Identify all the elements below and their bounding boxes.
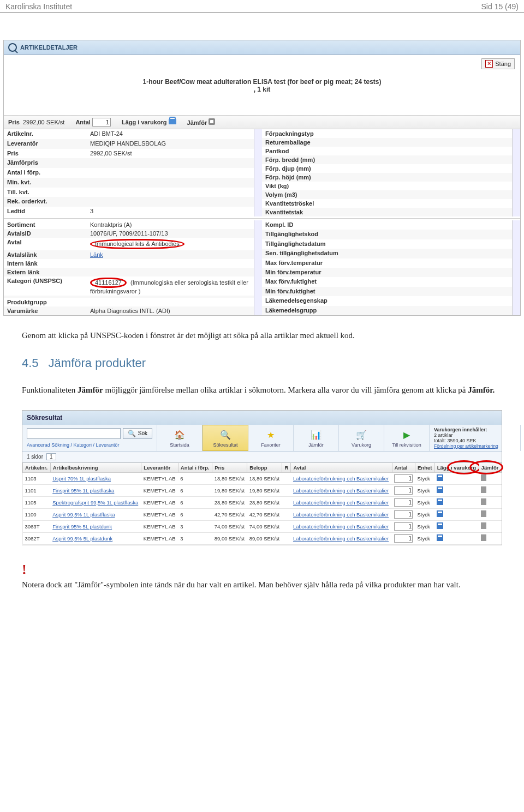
- grid-header[interactable]: Artikelnr.: [23, 462, 51, 472]
- row-qty-input[interactable]: [394, 474, 413, 483]
- row-qty-input[interactable]: [394, 510, 413, 519]
- row-qty-input[interactable]: [394, 534, 413, 543]
- table-row: 3062TAsprit 99,5% 5L plastdunkKEMETYL AB…: [23, 532, 502, 544]
- cell-r: [282, 508, 291, 520]
- toolbar-requisition[interactable]: ▶Till rekvisition: [384, 425, 430, 451]
- avtal-link[interactable]: Laboratorieförbrukning och Baskemikalier: [293, 488, 389, 494]
- add-to-cart-row-icon[interactable]: [437, 534, 443, 541]
- kv-row: Sen. tillgänglighetsdatum: [262, 249, 512, 258]
- article-details-panel: ARTIKELDETALJER × Stäng 1-hour Beef/Cow …: [3, 40, 521, 316]
- row-qty-input[interactable]: [394, 486, 413, 495]
- grid-header[interactable]: Antal i förp.: [178, 462, 212, 472]
- cell-avtal: Laboratorieförbrukning och Baskemikalier: [291, 472, 392, 484]
- cell-avtal: Laboratorieförbrukning och Baskemikalier: [291, 484, 392, 496]
- add-to-cart-row-icon[interactable]: [437, 522, 443, 529]
- article-link[interactable]: Asprit 99,5% 1L plastflaska: [52, 512, 115, 518]
- grid-header[interactable]: R: [282, 462, 291, 472]
- pager: 1 sidor 1: [22, 452, 502, 462]
- cell-artnr: 3062T: [23, 532, 51, 544]
- grid-header[interactable]: Avtal: [291, 462, 392, 472]
- kv-key: Antal i förp.: [4, 168, 87, 178]
- kv-value: MEDIQIP HANDELSBOLAG: [87, 139, 254, 149]
- cart-distribution-link[interactable]: Fördelning per artikelmarkering: [434, 443, 498, 449]
- article-link[interactable]: Spektrografsprit 99,5% 1L plastflaska: [52, 500, 138, 506]
- cell-desc: Asprit 99,5% 5L plastdunk: [50, 532, 141, 544]
- toolbar-settings[interactable]: ⚙Inställningar: [521, 425, 524, 451]
- compare-row-icon[interactable]: [481, 474, 486, 481]
- kv-value: [345, 164, 512, 173]
- kv-key: Kompl. ID: [262, 220, 345, 230]
- cell-addcart: [434, 484, 479, 496]
- compare-row-icon[interactable]: [481, 498, 486, 505]
- cell-qty: [392, 496, 415, 508]
- compare-row-icon[interactable]: [481, 486, 486, 493]
- close-button[interactable]: × Stäng: [481, 58, 515, 69]
- toolbar-cart[interactable]: 🛒Varukorg: [339, 425, 384, 451]
- add-to-cart-row-icon[interactable]: [437, 510, 443, 517]
- kv-value: [345, 182, 512, 190]
- link[interactable]: Länk: [90, 251, 103, 258]
- kv-row: Artikelnr.ADI BMT-24: [4, 129, 254, 139]
- toolbar-start[interactable]: 🏠Startsida: [157, 425, 203, 451]
- add-to-cart-icon[interactable]: [169, 119, 176, 124]
- cell-pack: 3: [178, 532, 212, 544]
- toolbar-results[interactable]: 🔍Sökresultat: [203, 425, 248, 451]
- kv-row: SortimentKontraktpris (A): [4, 220, 254, 229]
- compare-icon[interactable]: [209, 118, 215, 125]
- grid-header[interactable]: Artikelbeskrivning: [50, 462, 141, 472]
- kv-key: Min förv.fuktighet: [262, 287, 345, 296]
- compare-row-icon[interactable]: [481, 522, 486, 529]
- pager-current[interactable]: 1: [46, 453, 56, 460]
- toolbar-favorites[interactable]: ★Favoriter: [248, 425, 294, 451]
- article-link[interactable]: Finsprit 95% 1L plastflaska: [52, 488, 114, 494]
- article-link[interactable]: Finsprit 95% 5L plastdunk: [52, 524, 112, 530]
- cell-price: 19,80 SEK/st: [212, 484, 247, 496]
- cell-addcart: [434, 472, 479, 484]
- kv-row: Ledtid3: [4, 207, 254, 216]
- toolbar-compare[interactable]: 📊Jämför: [294, 425, 339, 451]
- search-button[interactable]: 🔍Sök: [123, 428, 152, 439]
- add-to-cart-row-icon[interactable]: [437, 486, 443, 493]
- article-link[interactable]: Usprit 70% 1L plastflaska: [52, 476, 111, 482]
- row-qty-input[interactable]: [394, 522, 413, 531]
- grid-header[interactable]: Enhet: [415, 462, 435, 472]
- search-breadcrumbs[interactable]: Avancerad Sökning / Kategori / Leverantö…: [27, 442, 152, 448]
- avtal-link[interactable]: Laboratorieförbrukning och Baskemikalier: [293, 500, 389, 506]
- kv-key: Sen. tillgänglighetsdatum: [262, 249, 345, 258]
- grid-header[interactable]: Belopp: [247, 462, 282, 472]
- kv-row: AvtalsID10076/UF, 7009/2011-107/13: [4, 229, 254, 238]
- cell-desc: Asprit 99,5% 1L plastflaska: [50, 508, 141, 520]
- kv-value: [87, 188, 254, 197]
- avtal-link[interactable]: Laboratorieförbrukning och Baskemikalier: [293, 476, 389, 482]
- cell-pack: 6: [178, 484, 212, 496]
- compare-row-icon[interactable]: [481, 534, 486, 541]
- row-qty-input[interactable]: [394, 498, 413, 507]
- avtal-link[interactable]: Laboratorieförbrukning och Baskemikalier: [293, 536, 389, 542]
- add-to-cart-row-icon[interactable]: [437, 498, 443, 505]
- search-input[interactable]: [27, 428, 121, 439]
- qty-input[interactable]: [92, 118, 111, 127]
- grid-header[interactable]: Antal: [392, 462, 415, 472]
- highlighted-value: 41116127: [90, 278, 127, 288]
- kv-value: 10076/UF, 7009/2011-107/13: [87, 229, 254, 238]
- grid-header[interactable]: Pris: [212, 462, 247, 472]
- results-grid: Artikelnr.ArtikelbeskrivningLeverantörAn…: [22, 462, 502, 545]
- cell-amount: 74,00 SEK/st: [247, 520, 282, 532]
- cell-qty: [392, 484, 415, 496]
- add-to-cart-row-icon[interactable]: [437, 474, 443, 481]
- kv-row: AvtalImmunological kits & Antibodies: [4, 238, 254, 250]
- grid-header[interactable]: Jämför: [479, 462, 501, 472]
- kv-row: Produktgrupp: [4, 298, 254, 306]
- kv-row: Förp. djup (mm): [262, 164, 512, 173]
- compare-row-icon[interactable]: [481, 510, 486, 517]
- cell-desc: Spektrografsprit 99,5% 1L plastflaska: [50, 496, 141, 508]
- kv-block-1: Artikelnr.ADI BMT-24LeverantörMEDIQIP HA…: [4, 129, 520, 216]
- kv-key: Tillgänglighetskod: [262, 230, 345, 239]
- grid-header[interactable]: Leverantör: [141, 462, 178, 472]
- article-link[interactable]: Asprit 99,5% 5L plastdunk: [52, 536, 112, 542]
- cell-r: [282, 484, 291, 496]
- grid-header[interactable]: Lägg i varukorg: [434, 462, 479, 472]
- avtal-link[interactable]: Laboratorieförbrukning och Baskemikalier: [293, 512, 389, 518]
- avtal-link[interactable]: Laboratorieförbrukning och Baskemikalier: [293, 524, 389, 530]
- cell-artnr: 3063T: [23, 520, 51, 532]
